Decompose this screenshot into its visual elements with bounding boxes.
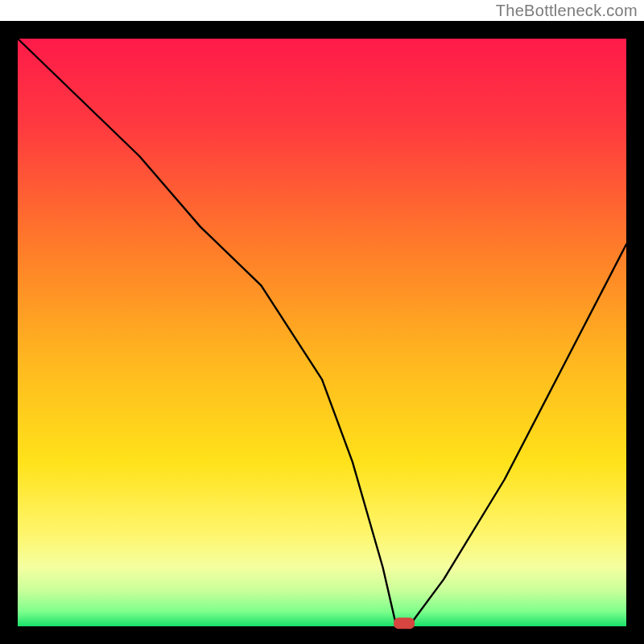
- watermark-text: TheBottleneck.com: [496, 2, 638, 20]
- bottleneck-chart: [0, 0, 644, 644]
- minimum-marker: [394, 617, 415, 629]
- chart-container: TheBottleneck.com: [0, 0, 644, 644]
